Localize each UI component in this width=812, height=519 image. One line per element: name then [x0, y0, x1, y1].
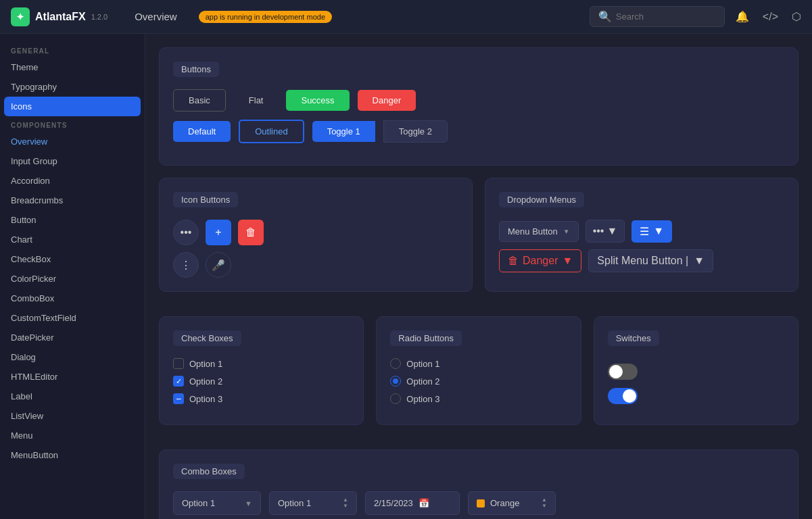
checkbox-option3[interactable]: − Option 3 [173, 393, 350, 404]
toggle1-button[interactable]: Toggle 1 [312, 121, 375, 142]
sidebar-item-datepicker[interactable]: DatePicker [0, 328, 145, 347]
combo-color-1[interactable]: Orange ▲ ▼ [468, 491, 556, 515]
menu-button-dropdown[interactable]: Menu Button ▼ [499, 221, 579, 242]
outlined-button[interactable]: Outlined [239, 120, 304, 143]
app-name: AtlantaFX [35, 11, 86, 23]
sidebar-item-menu[interactable]: Menu [0, 426, 145, 445]
sidebar-item-accordion[interactable]: Accordion [0, 171, 145, 191]
color-value: Orange [490, 498, 519, 508]
sidebar-item-icons[interactable]: Icons [4, 97, 141, 116]
sidebar-item-overview[interactable]: Overview [0, 132, 145, 151]
github-icon[interactable]: ⬡ [792, 10, 801, 23]
checkbox-option2[interactable]: ✓ Option 2 [173, 376, 350, 387]
trash-icon-button[interactable]: 🗑 [238, 220, 264, 245]
sidebar-item-label[interactable]: Label [0, 387, 145, 406]
code-icon[interactable]: </> [763, 11, 778, 23]
switch-on[interactable] [608, 388, 638, 404]
sidebar-item-theme[interactable]: Theme [0, 57, 145, 77]
color-spinner-up-icon[interactable]: ▲ [542, 497, 547, 503]
radio-option1[interactable]: Option 1 [390, 358, 567, 369]
color-spinner-arrows[interactable]: ▲ ▼ [542, 497, 547, 509]
split-menu-button[interactable]: Split Menu Button | ▼ [588, 249, 713, 272]
toggle2-button[interactable]: Toggle 2 [383, 120, 448, 143]
checkbox-label-3: Option 3 [189, 394, 222, 404]
chevron-down-icon-5: ▼ [694, 255, 704, 267]
mic-icon-button[interactable]: 🎤 [206, 252, 231, 278]
menu-button-label: Menu Button [508, 226, 558, 237]
calendar-icon[interactable]: 📅 [419, 498, 429, 508]
sidebar-item-breadcrumbs[interactable]: Breadcrumbs [0, 191, 145, 210]
combo-date-1[interactable]: 2/15/2023 📅 [365, 491, 460, 515]
sidebar-item-listview[interactable]: ListView [0, 406, 145, 426]
sidebar-item-menubutton[interactable]: MenuButton [0, 445, 145, 465]
combo-boxes-title: Combo Boxes [173, 464, 245, 479]
spinner-up-icon[interactable]: ▲ [343, 497, 348, 503]
dots-icon-button[interactable]: ••• [173, 220, 199, 245]
checkbox-checked[interactable]: ✓ [173, 376, 184, 387]
switches-card: Switches [594, 316, 798, 425]
radio-unselected-1[interactable] [390, 358, 401, 369]
sidebar-item-combobox[interactable]: ComboBox [0, 289, 145, 308]
plus-icon-button[interactable]: + [206, 220, 231, 245]
switch-off[interactable] [608, 364, 638, 380]
sidebar-item-chart[interactable]: Chart [0, 230, 145, 249]
chevron-down-icon-combo1: ▼ [245, 499, 252, 508]
icon-buttons-card: Icon Buttons ••• + 🗑 ⋮ 🎤 [159, 178, 473, 292]
icon-dropdown-row: Icon Buttons ••• + 🗑 ⋮ 🎤 Dropdown Menus [159, 178, 798, 304]
spinner-arrows[interactable]: ▲ ▼ [343, 497, 348, 509]
checkbox-option1[interactable]: Option 1 [173, 358, 350, 369]
sidebar-item-htmleditor[interactable]: HTMLEditor [0, 367, 145, 387]
spinner-down-icon[interactable]: ▼ [343, 503, 348, 509]
logo-icon: ✦ [11, 7, 30, 26]
sidebar-item-typography[interactable]: Typography [0, 77, 145, 97]
flat-button[interactable]: Flat [234, 90, 279, 111]
radio-option2[interactable]: Option 2 [390, 376, 567, 387]
radio-unselected-3[interactable] [390, 393, 401, 404]
bell-icon[interactable]: 🔔 [736, 10, 749, 23]
sidebar-item-customtextfield[interactable]: CustomTextField [0, 308, 145, 328]
dev-badge: app is running in development mode [199, 11, 332, 23]
search-icon: 🔍 [598, 10, 612, 23]
color-spinner-down-icon[interactable]: ▼ [542, 503, 547, 509]
sidebar-item-input-group[interactable]: Input Group [0, 151, 145, 171]
checkbox-unchecked[interactable] [173, 358, 184, 369]
combo-spinner-1[interactable]: Option 1 ▲ ▼ [269, 491, 357, 515]
chevron-down-icon-4: ▼ [562, 255, 573, 267]
basic-button[interactable]: Basic [173, 89, 226, 112]
sidebar-item-button[interactable]: Button [0, 210, 145, 230]
switch-knob-off [609, 365, 623, 378]
combo-dropdown-1[interactable]: Option 1 ▼ [173, 491, 261, 515]
danger-label: Danger [523, 255, 558, 267]
dropdown-row-2: 🗑 Danger ▼ Split Menu Button | ▼ [499, 249, 784, 272]
radio-buttons-card: Radio Buttons Option 1 Option 2 Option 3 [376, 316, 581, 425]
search-input[interactable] [616, 11, 711, 22]
sidebar: GENERAL Theme Typography Icons COMPONENT… [0, 34, 145, 519]
checkbox-indeterminate[interactable]: − [173, 393, 184, 404]
sidebar-item-checkbox[interactable]: CheckBox [0, 249, 145, 269]
search-box[interactable]: 🔍 [590, 6, 725, 27]
icon-buttons-title: Icon Buttons [173, 192, 238, 207]
nav-title: Overview [135, 11, 177, 22]
default-button[interactable]: Default [173, 121, 231, 142]
app-version: 1.2.0 [91, 13, 108, 21]
dropdown-row-1: Menu Button ▼ ••• ▼ ☰ ▼ [499, 220, 784, 243]
split-label: Split Menu Button | [597, 255, 688, 267]
dropdown-menus-title: Dropdown Menus [499, 192, 584, 207]
hamburger-icon: ☰ [640, 225, 649, 238]
sidebar-item-colorpicker[interactable]: ColorPicker [0, 269, 145, 289]
switch-knob-on [623, 389, 636, 403]
blue-icon-dropdown[interactable]: ☰ ▼ [631, 220, 672, 243]
success-button[interactable]: Success [286, 90, 349, 111]
buttons-row-2: Default Outlined Toggle 1 Toggle 2 [173, 120, 784, 143]
content-area: Buttons Basic Flat Success Danger Defaul… [145, 34, 812, 519]
danger-dropdown[interactable]: 🗑 Danger ▼ [499, 249, 581, 272]
danger-button[interactable]: Danger [358, 90, 416, 111]
radio-selected-2[interactable] [390, 376, 401, 387]
dots-dropdown[interactable]: ••• ▼ [586, 220, 625, 243]
radio-option3[interactable]: Option 3 [390, 393, 567, 404]
logo: ✦ AtlantaFX 1.2.0 [11, 7, 108, 26]
dots-label: ••• [593, 225, 604, 237]
sidebar-item-dialog[interactable]: Dialog [0, 347, 145, 367]
topbar-icons: 🔔 </> ⬡ [736, 10, 801, 23]
dots-vertical-icon-button[interactable]: ⋮ [173, 252, 199, 278]
